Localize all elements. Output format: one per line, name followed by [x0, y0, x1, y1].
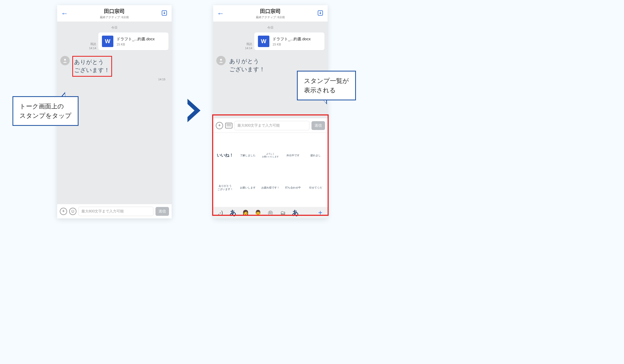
stamp-message[interactable]: ありがとう ございます！ — [228, 56, 266, 75]
sent-file-row: 既読 14:14 W ドラフト_...約書.docx 15 KB — [216, 32, 324, 50]
file-name: ドラフト_...約書.docx — [116, 37, 155, 42]
chat-subtitle: 最終アクティブ: 6分前 — [225, 15, 316, 19]
file-name: ドラフト_...約書.docx — [272, 37, 311, 42]
stamp-tab-text[interactable]: あ — [229, 208, 237, 217]
word-doc-icon: W — [258, 36, 269, 47]
sent-file-row: 既読 14:14 W ドラフト_...約書.docx 15 KB — [60, 32, 168, 50]
callout-left: トーク画面上の スタンプをタップ — [12, 96, 79, 126]
emoji-button[interactable]: ☺ — [69, 208, 76, 215]
stamp-tab-avatar2[interactable]: 👨 — [254, 210, 262, 216]
stamp-tab-text2[interactable]: あ — [291, 208, 300, 217]
read-meta: 既読 14:14 — [245, 42, 252, 50]
download-icon — [161, 10, 167, 16]
stamp-grid: いいね！ 了解しました よろしく お願いいたします 外出中です 疲れまし ありが… — [213, 133, 328, 207]
avatar[interactable] — [216, 56, 226, 65]
stamp-tab-recent[interactable]: ,-) — [216, 210, 225, 216]
word-doc-icon: W — [102, 36, 113, 47]
file-size: 15 KB — [272, 43, 311, 46]
download-button[interactable] — [160, 10, 169, 17]
stamp-panel: いいね！ 了解しました よろしく お願いいたします 外出中です 疲れまし ありが… — [213, 133, 328, 218]
message-input[interactable]: 最大800文字まで入力可能 — [235, 121, 309, 130]
date-separator: 今日 — [60, 25, 168, 30]
phone-screen-after: ← 田口宗司 最終アクティブ: 6分前 今日 既読 14:14 W ドラフト_.… — [213, 5, 328, 218]
input-bar: + 最大800文字まで入力可能 送信 — [213, 118, 328, 133]
stamp-item[interactable]: ありがとう ございます！ — [215, 173, 235, 203]
stamp-item[interactable]: よろしく お願いいたします — [261, 141, 281, 170]
stamp-time: 14:15 — [60, 78, 165, 81]
download-icon — [317, 10, 323, 16]
stamp-tab-add[interactable]: + — [316, 209, 324, 217]
message-input[interactable]: 最大800文字まで入力可能 — [79, 207, 153, 216]
person-icon — [218, 58, 224, 63]
stamp-message[interactable]: ありがとう ございます！ — [72, 56, 112, 77]
stamp-item[interactable]: 疲れまし — [306, 141, 326, 170]
callout-right: スタンプ一覧が 表示される — [297, 71, 356, 100]
file-attachment[interactable]: W ドラフト_...約書.docx 15 KB — [98, 32, 168, 50]
stamp-item[interactable]: 任せてくだ — [306, 173, 326, 203]
chat-title: 田口宗司 — [225, 8, 316, 15]
chat-header: ← 田口宗司 最終アクティブ: 6分前 — [57, 5, 172, 22]
attach-button[interactable]: + — [216, 122, 223, 129]
stamp-item[interactable]: いいね！ — [215, 141, 235, 170]
file-size: 15 KB — [116, 43, 155, 46]
send-button[interactable]: 送信 — [311, 121, 325, 130]
keyboard-button[interactable] — [225, 123, 232, 128]
file-attachment[interactable]: W ドラフト_...約書.docx 15 KB — [254, 32, 324, 50]
received-stamp-row: ありがとう ございます！ — [60, 56, 168, 77]
chat-header: ← 田口宗司 最終アクティブ: 6分前 — [213, 5, 328, 22]
stamp-tab-avatar1[interactable]: 👩 — [241, 210, 250, 216]
date-separator: 今日 — [216, 25, 324, 30]
stamp-tab-misc[interactable]: 🗂 — [279, 210, 287, 216]
back-button[interactable]: ← — [60, 9, 69, 18]
svg-point-1 — [64, 59, 66, 61]
attach-button[interactable]: + — [60, 208, 67, 215]
chat-body: 今日 既読 14:14 W ドラフト_...約書.docx 15 KB ありがと… — [213, 22, 328, 118]
stamp-item[interactable]: お疲れ様です！ — [261, 173, 281, 203]
download-button[interactable] — [316, 10, 325, 17]
read-meta: 既読 14:14 — [89, 42, 96, 50]
svg-point-3 — [220, 59, 222, 61]
back-button[interactable]: ← — [216, 9, 225, 18]
input-bar: + ☺ 最大800文字まで入力可能 送信 — [57, 204, 172, 218]
stamp-tab-seal[interactable]: ㊞ — [266, 209, 275, 216]
stamp-item[interactable]: 外出中です — [283, 141, 303, 170]
svg-marker-4 — [187, 99, 200, 122]
stamp-item[interactable]: 打ち合わせ中 — [283, 173, 303, 203]
send-button[interactable]: 送信 — [155, 207, 169, 216]
chat-subtitle: 最終アクティブ: 6分前 — [69, 15, 160, 19]
stamp-item[interactable]: 了解しました — [238, 141, 258, 170]
avatar[interactable] — [60, 56, 70, 65]
chat-title: 田口宗司 — [69, 8, 160, 15]
stamp-item[interactable]: お願いします — [238, 173, 258, 203]
flow-arrow-icon — [186, 99, 202, 123]
stamp-category-tabs: ,-) あ 👩 👨 ㊞ 🗂 あ + — [213, 207, 328, 218]
person-icon — [62, 58, 68, 63]
